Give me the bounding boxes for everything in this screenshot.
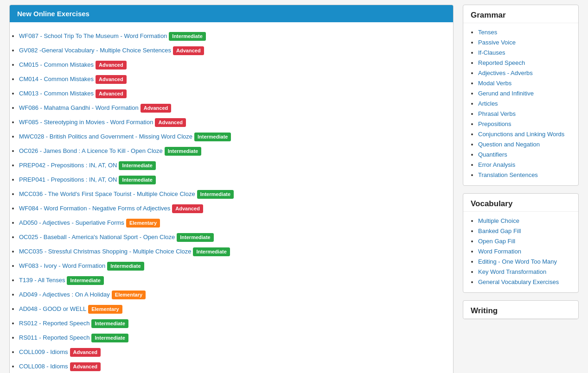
exercise-link[interactable]: WF086 - Mahatma Gandhi - Word Formation <box>19 104 139 111</box>
exercise-link[interactable]: WF083 - Ivory - Word Formation <box>19 262 105 269</box>
list-item: AD049 - Adjectives : On A HolidayElement… <box>19 287 444 302</box>
grammar-link[interactable]: Articles <box>478 100 498 107</box>
grammar-link[interactable]: Passive Voice <box>478 39 516 46</box>
vocabulary-link[interactable]: Key Word Transformation <box>478 268 546 275</box>
vocabulary-link[interactable]: Multiple Choice <box>478 217 519 224</box>
list-item: Banked Gap Fill <box>478 226 571 236</box>
sidebar: Grammar TensesPassive VoiceIf-ClausesRep… <box>463 5 579 373</box>
level-badge: Advanced <box>70 348 101 357</box>
list-item: PREP041 - Prepositions : IN, AT, ONInter… <box>19 172 444 187</box>
list-item: COLL009 - IdiomsAdvanced <box>19 345 444 359</box>
exercise-link[interactable]: COLL009 - Idioms <box>19 348 68 355</box>
grammar-section: Grammar TensesPassive VoiceIf-ClausesRep… <box>463 5 579 186</box>
level-badge: Intermediate <box>194 133 231 141</box>
page-wrapper: New Online Exercises WF087 - School Trip… <box>0 0 588 373</box>
list-item: WF086 - Mahatma Gandhi - Word FormationA… <box>19 101 444 115</box>
list-item: OC026 - James Bond : A Licence To Kill -… <box>19 144 444 158</box>
level-badge: Advanced <box>173 46 204 55</box>
grammar-link[interactable]: Prepositions <box>478 120 511 127</box>
exercise-link[interactable]: AD050 - Adjectives - Superlative Forms <box>19 219 124 226</box>
grammar-link[interactable]: If-Clauses <box>478 49 505 56</box>
exercise-link[interactable]: OC026 - James Bond : A Licence To Kill -… <box>19 147 163 154</box>
exercise-link[interactable]: RS011 - Reported Speech <box>19 334 89 341</box>
vocabulary-link[interactable]: Open Gap Fill <box>478 238 515 245</box>
list-item: RS011 - Reported SpeechIntermediate <box>19 330 444 345</box>
list-item: WF083 - Ivory - Word FormationIntermedia… <box>19 259 444 273</box>
list-item: Open Gap Fill <box>478 236 571 246</box>
exercise-link[interactable]: CM014 - Common Mistakes <box>19 76 94 82</box>
exercise-link[interactable]: WF084 - Word Formation - Negative Forms … <box>19 205 170 212</box>
exercise-link[interactable]: CM013 - Common Mistakes <box>19 90 94 97</box>
list-item: CM014 - Common MistakesAdvanced <box>19 72 444 86</box>
level-badge: Intermediate <box>119 176 155 184</box>
grammar-title: Grammar <box>463 5 578 23</box>
list-item: Tenses <box>478 27 571 37</box>
exercise-link[interactable]: MCC035 - Stressful Christmas Shopping - … <box>19 248 191 255</box>
grammar-link[interactable]: Question and Negation <box>478 141 540 148</box>
exercise-link[interactable]: PREP041 - Prepositions : IN, AT, ON <box>19 176 117 183</box>
exercise-link[interactable]: T139 - All Tenses <box>19 277 65 284</box>
exercise-link[interactable]: COLL008 - Idioms <box>19 363 68 370</box>
vocabulary-link[interactable]: Word Formation <box>478 248 521 255</box>
list-item: RS012 - Reported SpeechIntermediate <box>19 316 444 330</box>
level-badge: Intermediate <box>91 319 128 328</box>
exercise-link[interactable]: GV082 -General Vocabulary - Multiple Cho… <box>19 47 171 54</box>
list-item: CM015 - Common MistakesAdvanced <box>19 57 444 72</box>
list-item: MCC035 - Stressful Christmas Shopping - … <box>19 244 444 259</box>
grammar-link[interactable]: Translation Sentences <box>478 171 538 178</box>
list-item: MWC028 - British Politics and Government… <box>19 129 444 144</box>
exercise-link[interactable]: WF087 - School Trip To The Museum - Word… <box>19 32 167 39</box>
level-badge: Advanced <box>141 104 172 113</box>
level-badge: Intermediate <box>193 247 230 256</box>
level-badge: Intermediate <box>107 262 144 271</box>
exercise-link[interactable]: MWC028 - British Politics and Government… <box>19 133 192 140</box>
list-item: AD048 - GOOD or WELLElementary <box>19 302 444 316</box>
grammar-link[interactable]: Reported Speech <box>478 59 525 66</box>
list-item: WF084 - Word Formation - Negative Forms … <box>19 201 444 215</box>
exercise-link[interactable]: WF085 - Stereotyping in Movies - Word Fo… <box>19 119 153 126</box>
list-item: Conjunctions and Linking Words <box>478 129 571 139</box>
list-item: General Vocabulary Exercises <box>478 277 571 287</box>
list-item: AD050 - Adjectives - Superlative FormsEl… <box>19 215 444 230</box>
list-item: PREP042 - Prepositions : IN, AT, ONInter… <box>19 158 444 172</box>
grammar-link[interactable]: Phrasal Verbs <box>478 110 516 117</box>
exercises-header: New Online Exercises <box>10 5 453 22</box>
exercise-link[interactable]: PREP042 - Prepositions : IN, AT, ON <box>19 162 117 169</box>
list-item: Prepositions <box>478 119 571 129</box>
list-item: CM013 - Common MistakesAdvanced <box>19 86 444 101</box>
list-item: Error Analysis <box>478 159 571 170</box>
list-item: Phrasal Verbs <box>478 108 571 119</box>
grammar-link[interactable]: Adjectives - Adverbs <box>478 70 533 76</box>
writing-title: Writing <box>463 301 578 319</box>
grammar-link[interactable]: Error Analysis <box>478 161 515 168</box>
list-item: Articles <box>478 98 571 108</box>
list-item: WF085 - Stereotyping in Movies - Word Fo… <box>19 115 444 129</box>
exercises-box: New Online Exercises WF087 - School Trip… <box>9 5 454 373</box>
exercise-link[interactable]: AD048 - GOOD or WELL <box>19 305 86 312</box>
grammar-link[interactable]: Gerund and Infinitive <box>478 90 534 97</box>
vocabulary-link[interactable]: General Vocabulary Exercises <box>478 278 559 285</box>
exercise-link[interactable]: RS012 - Reported Speech <box>19 320 89 327</box>
exercise-link[interactable]: OC025 - Baseball - America's National Sp… <box>19 234 175 240</box>
level-badge: Elementary <box>88 305 122 314</box>
level-badge: Intermediate <box>119 161 155 170</box>
exercise-link[interactable]: AD049 - Adjectives : On A Holiday <box>19 291 110 298</box>
level-badge: Intermediate <box>165 147 201 156</box>
grammar-link[interactable]: Conjunctions and Linking Words <box>478 131 564 138</box>
level-badge: Advanced <box>96 89 127 98</box>
list-item: Key Word Transformation <box>478 266 571 277</box>
grammar-link[interactable]: Quantifiers <box>478 151 507 158</box>
grammar-link[interactable]: Tenses <box>478 29 497 36</box>
vocabulary-list: Multiple ChoiceBanked Gap FillOpen Gap F… <box>463 212 578 292</box>
list-item: If-Clauses <box>478 47 571 57</box>
exercise-link[interactable]: CM015 - Common Mistakes <box>19 61 94 68</box>
vocabulary-link[interactable]: Banked Gap Fill <box>478 228 521 234</box>
level-badge: Elementary <box>112 291 146 299</box>
level-badge: Advanced <box>70 362 101 371</box>
list-item: Question and Negation <box>478 139 571 149</box>
grammar-link[interactable]: Modal Verbs <box>478 80 511 87</box>
vocabulary-link[interactable]: Editing - One Word Too Many <box>478 258 557 265</box>
level-badge: Intermediate <box>197 190 234 199</box>
grammar-list: TensesPassive VoiceIf-ClausesReported Sp… <box>463 23 578 185</box>
exercise-link[interactable]: MCC036 - The World's First Space Tourist… <box>19 190 195 197</box>
